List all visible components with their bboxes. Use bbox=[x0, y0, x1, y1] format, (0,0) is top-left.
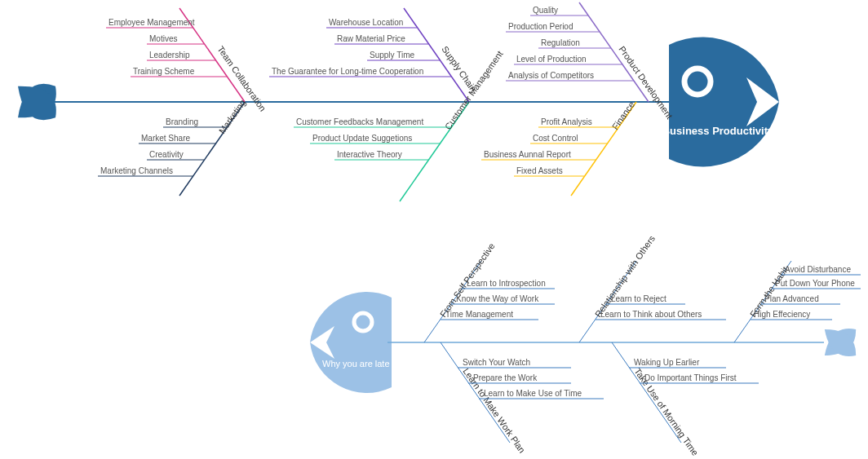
bone-item: Fixed Assets bbox=[516, 166, 563, 175]
svg-line-10 bbox=[579, 2, 649, 102]
bone-item: Waking Up Earlier bbox=[634, 358, 700, 367]
bone-item: Supply Time bbox=[370, 51, 414, 60]
bone-item: Plan Advanced bbox=[764, 294, 819, 303]
bone-item: Production Period bbox=[508, 22, 574, 31]
bone-item: Business Aunnal Report bbox=[484, 150, 571, 159]
bone-marketing: Marketing Branding Market Share Creativi… bbox=[98, 98, 247, 196]
bone-supply-chain: Supply Chain Warehouse Location Raw Mate… bbox=[269, 8, 479, 102]
bone-item: Creativity bbox=[149, 150, 184, 159]
fishbone-why-late: Why you are late From Self Perspective L… bbox=[310, 233, 862, 457]
bone-item: High Effeciency bbox=[754, 310, 810, 319]
bone-item: Switch Your Watch bbox=[463, 358, 530, 367]
bone-item: Motives bbox=[149, 34, 177, 43]
bone-morning-time: Take Use of Morning Time Waking Up Earli… bbox=[612, 342, 759, 457]
bone-item: Quality bbox=[533, 6, 558, 15]
bone-item: Profit Analysis bbox=[541, 117, 592, 126]
fish-head: Business Productivity bbox=[662, 38, 779, 167]
bone-item: Learn to Introspection bbox=[467, 279, 546, 288]
bone-item: Raw Material Price bbox=[337, 34, 405, 43]
bone-item: Put Down Your Phone bbox=[775, 279, 855, 288]
bone-item: Learn to Think about Others bbox=[600, 310, 702, 319]
bone-item: Training Scheme bbox=[133, 67, 195, 76]
bone-team-collaboration: Team Collaboration Employee Management M… bbox=[106, 8, 268, 113]
bone-item: Leadership bbox=[149, 51, 190, 60]
category-label: Finance bbox=[610, 99, 636, 131]
bone-item: Prepare the Work bbox=[473, 373, 538, 382]
bone-finance: Finance Profit Analysis Cost Control Bus… bbox=[481, 99, 636, 196]
bone-product-development: Product Development Quality Production P… bbox=[506, 2, 675, 121]
bone-self-perspective: From Self Perspective Learn to Introspec… bbox=[424, 241, 555, 342]
bone-item: Analysis of Competitors bbox=[508, 71, 594, 80]
bone-work-plan: Learn to Make Work Plan Switch Your Watc… bbox=[441, 342, 604, 455]
fishbone-business-productivity: Business Productivity Team Collaboration… bbox=[9, 2, 779, 201]
fish-head: Why you are late bbox=[310, 292, 392, 393]
bone-item: Cost Control bbox=[533, 134, 578, 143]
bone-item: Learn to Reject bbox=[611, 294, 666, 303]
bone-item: Regulation bbox=[541, 38, 580, 47]
bone-item: Warehouse Location bbox=[329, 18, 403, 27]
bone-item: Level of Production bbox=[516, 55, 587, 64]
bone-relationship: Relationship with Others Learn to Reject… bbox=[579, 233, 726, 342]
bone-item: The Guarantee for Long-time Cooperation bbox=[272, 67, 423, 76]
bone-item: Branding bbox=[166, 117, 198, 126]
category-label: Marketing bbox=[217, 98, 248, 135]
category-label: Relationship with Others bbox=[593, 233, 657, 319]
fishbone-title: Why you are late bbox=[322, 359, 390, 369]
bone-item: Employee Management bbox=[108, 18, 195, 27]
bone-item: Time Management bbox=[445, 310, 513, 319]
fish-tail bbox=[818, 321, 862, 363]
bone-item: Interactive Theory bbox=[337, 150, 402, 159]
bone-item: Learn to Make Use of Time bbox=[484, 389, 582, 398]
bone-item: Do Important Things First bbox=[644, 373, 737, 382]
bone-item: Avoid Disturbance bbox=[785, 265, 851, 274]
bone-item: Marketing Channels bbox=[100, 166, 173, 175]
bone-item: Market Share bbox=[141, 134, 190, 143]
bone-item: Customer Feedbacks Management bbox=[296, 117, 423, 126]
bone-item: Know the Way of Work bbox=[456, 294, 539, 303]
fishbone-title: Business Productivity bbox=[662, 125, 774, 137]
bone-item: Product Update Suggetions bbox=[312, 134, 412, 143]
